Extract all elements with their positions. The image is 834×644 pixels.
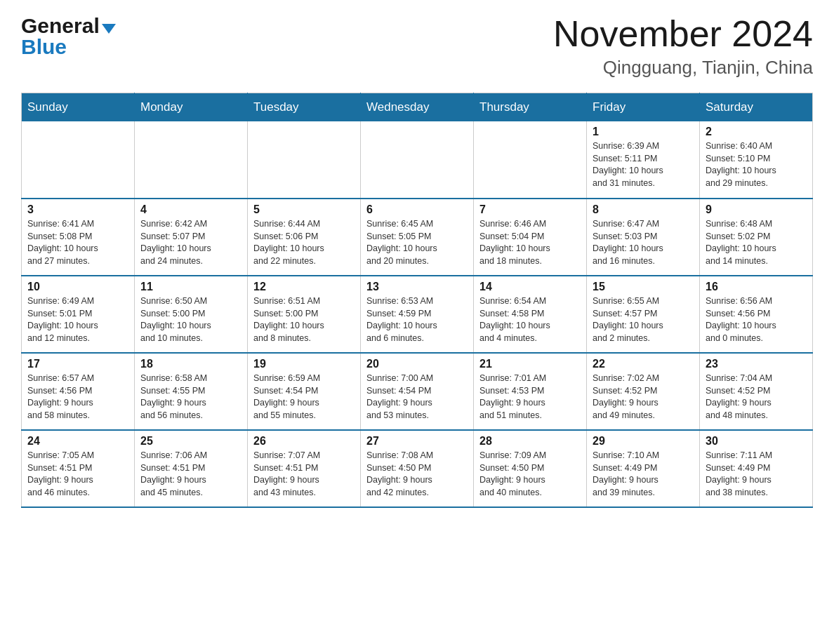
calendar-cell: 18Sunrise: 6:58 AM Sunset: 4:55 PM Dayli… — [135, 353, 248, 430]
day-info: Sunrise: 6:50 AM Sunset: 5:00 PM Dayligh… — [140, 295, 241, 344]
weekday-header-monday: Monday — [135, 93, 248, 122]
calendar-cell: 3Sunrise: 6:41 AM Sunset: 5:08 PM Daylig… — [22, 199, 135, 276]
calendar-cell: 26Sunrise: 7:07 AM Sunset: 4:51 PM Dayli… — [248, 430, 361, 507]
calendar-cell — [248, 121, 361, 199]
day-info: Sunrise: 7:01 AM Sunset: 4:53 PM Dayligh… — [479, 373, 581, 422]
logo-triangle-icon — [102, 24, 116, 34]
day-number: 20 — [366, 358, 468, 370]
day-number: 10 — [27, 281, 128, 293]
calendar-week-row: 3Sunrise: 6:41 AM Sunset: 5:08 PM Daylig… — [22, 199, 813, 276]
day-number: 24 — [27, 435, 128, 448]
day-info: Sunrise: 6:51 AM Sunset: 5:00 PM Dayligh… — [253, 295, 355, 344]
day-number: 21 — [479, 358, 581, 370]
day-info: Sunrise: 6:42 AM Sunset: 5:07 PM Dayligh… — [140, 218, 241, 267]
calendar-cell — [361, 121, 474, 199]
day-info: Sunrise: 6:41 AM Sunset: 5:08 PM Dayligh… — [27, 218, 128, 267]
day-info: Sunrise: 7:10 AM Sunset: 4:49 PM Dayligh… — [593, 450, 694, 499]
calendar-cell: 13Sunrise: 6:53 AM Sunset: 4:59 PM Dayli… — [361, 276, 474, 353]
weekday-header-row: SundayMondayTuesdayWednesdayThursdayFrid… — [22, 93, 813, 122]
calendar-week-row: 17Sunrise: 6:57 AM Sunset: 4:56 PM Dayli… — [22, 353, 813, 430]
day-number: 11 — [140, 281, 241, 293]
day-info: Sunrise: 7:08 AM Sunset: 4:50 PM Dayligh… — [366, 450, 468, 499]
day-number: 7 — [479, 203, 581, 216]
logo-blue-text: Blue — [21, 35, 67, 59]
calendar-week-row: 10Sunrise: 6:49 AM Sunset: 5:01 PM Dayli… — [22, 276, 813, 353]
weekday-header-wednesday: Wednesday — [361, 93, 474, 122]
weekday-header-tuesday: Tuesday — [248, 93, 361, 122]
day-number: 29 — [593, 435, 694, 448]
day-info: Sunrise: 6:48 AM Sunset: 5:02 PM Dayligh… — [706, 218, 807, 267]
day-info: Sunrise: 7:02 AM Sunset: 4:52 PM Dayligh… — [593, 373, 694, 422]
day-info: Sunrise: 7:09 AM Sunset: 4:50 PM Dayligh… — [479, 450, 581, 499]
calendar-cell: 10Sunrise: 6:49 AM Sunset: 5:01 PM Dayli… — [22, 276, 135, 353]
calendar-cell: 24Sunrise: 7:05 AM Sunset: 4:51 PM Dayli… — [22, 430, 135, 507]
day-number: 16 — [706, 281, 807, 293]
calendar-cell — [22, 121, 135, 199]
day-info: Sunrise: 6:56 AM Sunset: 4:56 PM Dayligh… — [706, 295, 807, 344]
day-info: Sunrise: 7:07 AM Sunset: 4:51 PM Dayligh… — [253, 450, 355, 499]
calendar-cell: 22Sunrise: 7:02 AM Sunset: 4:52 PM Dayli… — [587, 353, 700, 430]
title-block: November 2024 Qingguang, Tianjin, China — [553, 14, 813, 79]
calendar-cell: 4Sunrise: 6:42 AM Sunset: 5:07 PM Daylig… — [135, 199, 248, 276]
day-number: 30 — [706, 435, 807, 448]
day-number: 14 — [479, 281, 581, 293]
day-info: Sunrise: 6:49 AM Sunset: 5:01 PM Dayligh… — [27, 295, 128, 344]
day-number: 12 — [253, 281, 355, 293]
day-number: 1 — [593, 126, 694, 138]
day-info: Sunrise: 6:45 AM Sunset: 5:05 PM Dayligh… — [366, 218, 468, 267]
calendar-cell — [474, 121, 587, 199]
calendar-cell: 9Sunrise: 6:48 AM Sunset: 5:02 PM Daylig… — [700, 199, 813, 276]
day-number: 19 — [253, 358, 355, 370]
day-number: 3 — [27, 203, 128, 216]
day-info: Sunrise: 6:40 AM Sunset: 5:10 PM Dayligh… — [706, 140, 807, 189]
calendar-table: SundayMondayTuesdayWednesdayThursdayFrid… — [21, 93, 813, 508]
day-info: Sunrise: 6:54 AM Sunset: 4:58 PM Dayligh… — [479, 295, 581, 344]
day-info: Sunrise: 6:47 AM Sunset: 5:03 PM Dayligh… — [593, 218, 694, 267]
day-number: 2 — [706, 126, 807, 138]
calendar-cell: 21Sunrise: 7:01 AM Sunset: 4:53 PM Dayli… — [474, 353, 587, 430]
calendar-cell: 16Sunrise: 6:56 AM Sunset: 4:56 PM Dayli… — [700, 276, 813, 353]
month-title: November 2024 — [553, 14, 813, 54]
day-number: 18 — [140, 358, 241, 370]
day-info: Sunrise: 6:44 AM Sunset: 5:06 PM Dayligh… — [253, 218, 355, 267]
day-info: Sunrise: 7:00 AM Sunset: 4:54 PM Dayligh… — [366, 373, 468, 422]
page-header: General Blue November 2024 Qingguang, Ti… — [21, 14, 813, 79]
day-number: 27 — [366, 435, 468, 448]
day-info: Sunrise: 6:59 AM Sunset: 4:54 PM Dayligh… — [253, 373, 355, 422]
day-number: 17 — [27, 358, 128, 370]
day-number: 15 — [593, 281, 694, 293]
calendar-cell: 6Sunrise: 6:45 AM Sunset: 5:05 PM Daylig… — [361, 199, 474, 276]
calendar-cell: 20Sunrise: 7:00 AM Sunset: 4:54 PM Dayli… — [361, 353, 474, 430]
day-number: 26 — [253, 435, 355, 448]
calendar-week-row: 1Sunrise: 6:39 AM Sunset: 5:11 PM Daylig… — [22, 121, 813, 199]
day-number: 28 — [479, 435, 581, 448]
day-number: 9 — [706, 203, 807, 216]
calendar-cell: 25Sunrise: 7:06 AM Sunset: 4:51 PM Dayli… — [135, 430, 248, 507]
day-info: Sunrise: 6:57 AM Sunset: 4:56 PM Dayligh… — [27, 373, 128, 422]
calendar-cell: 5Sunrise: 6:44 AM Sunset: 5:06 PM Daylig… — [248, 199, 361, 276]
logo-general-text: General — [21, 14, 100, 38]
calendar-cell — [135, 121, 248, 199]
weekday-header-saturday: Saturday — [700, 93, 813, 122]
day-number: 4 — [140, 203, 241, 216]
logo: General Blue — [21, 14, 116, 59]
calendar-cell: 15Sunrise: 6:55 AM Sunset: 4:57 PM Dayli… — [587, 276, 700, 353]
day-number: 23 — [706, 358, 807, 370]
day-info: Sunrise: 6:46 AM Sunset: 5:04 PM Dayligh… — [479, 218, 581, 267]
day-info: Sunrise: 7:05 AM Sunset: 4:51 PM Dayligh… — [27, 450, 128, 499]
calendar-cell: 29Sunrise: 7:10 AM Sunset: 4:49 PM Dayli… — [587, 430, 700, 507]
calendar-cell: 17Sunrise: 6:57 AM Sunset: 4:56 PM Dayli… — [22, 353, 135, 430]
day-info: Sunrise: 6:58 AM Sunset: 4:55 PM Dayligh… — [140, 373, 241, 422]
weekday-header-sunday: Sunday — [22, 93, 135, 122]
day-number: 13 — [366, 281, 468, 293]
day-number: 22 — [593, 358, 694, 370]
calendar-week-row: 24Sunrise: 7:05 AM Sunset: 4:51 PM Dayli… — [22, 430, 813, 507]
day-info: Sunrise: 7:04 AM Sunset: 4:52 PM Dayligh… — [706, 373, 807, 422]
calendar-cell: 27Sunrise: 7:08 AM Sunset: 4:50 PM Dayli… — [361, 430, 474, 507]
day-number: 25 — [140, 435, 241, 448]
calendar-cell: 23Sunrise: 7:04 AM Sunset: 4:52 PM Dayli… — [700, 353, 813, 430]
calendar-cell: 28Sunrise: 7:09 AM Sunset: 4:50 PM Dayli… — [474, 430, 587, 507]
weekday-header-friday: Friday — [587, 93, 700, 122]
day-number: 5 — [253, 203, 355, 216]
day-info: Sunrise: 7:06 AM Sunset: 4:51 PM Dayligh… — [140, 450, 241, 499]
